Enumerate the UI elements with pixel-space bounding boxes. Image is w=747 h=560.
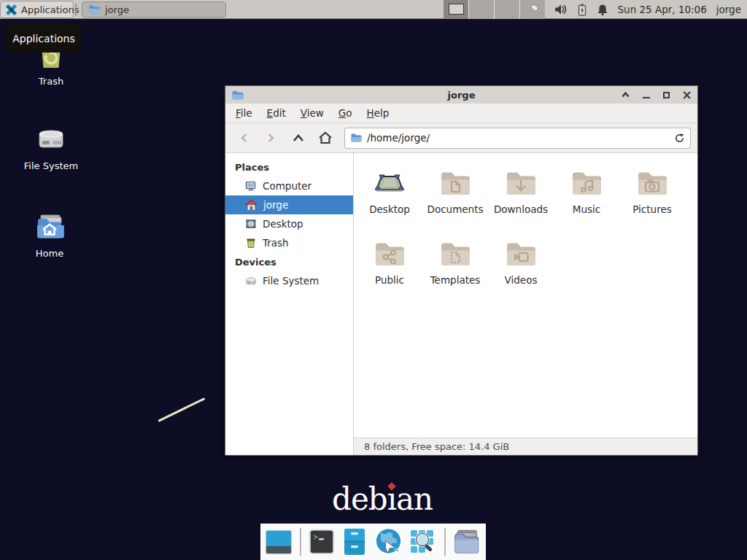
file-item-label: Public [375,274,404,286]
sidebar-item-label: jorge [263,199,288,211]
desktop-icon-home[interactable]: Home [19,209,80,259]
web-browser-icon[interactable] [374,527,403,557]
terminal-icon[interactable]: > [308,527,336,557]
taskbar-window-button[interactable]: jorge [82,1,226,18]
folder-templates-icon [438,236,473,271]
sidebar-item-computer[interactable]: Computer [225,176,353,195]
panel-clock[interactable]: Sun 25 Apr, 10:06 [618,4,707,15]
close-button[interactable]: × [682,90,692,100]
reload-icon[interactable] [674,133,685,144]
window-body: Places Computer [225,153,697,455]
forward-button[interactable]: › [259,127,283,149]
file-item-label: Desktop [369,203,410,215]
sidebar-item-trash[interactable]: Trash [225,233,353,252]
file-item-documents[interactable]: Documents [422,166,488,236]
folder-icon[interactable] [452,527,482,557]
desktop-icon [245,218,257,230]
volume-icon[interactable] [554,4,568,15]
tooltip-text: Applications [12,33,75,44]
menu-help[interactable]: Help [360,104,397,122]
panel-user-label[interactable]: jorge [716,4,741,15]
sidebar-item-label: Computer [263,180,311,192]
workspace-1[interactable] [444,0,468,19]
top-panel: Applications jorge [0,0,747,19]
system-tray: Sun 25 Apr, 10:06 jorge [529,0,742,19]
minimize-button[interactable] [641,90,651,100]
file-item-label: Downloads [494,203,548,215]
folder-public-icon [372,236,407,271]
desktop-artifact-line [158,397,205,422]
shade-button[interactable] [621,90,630,100]
drive-icon [245,275,257,287]
battery-charging-icon[interactable] [577,4,587,16]
sidebar-item-jorge[interactable]: jorge [225,195,353,214]
menu-view[interactable]: View [293,104,331,122]
file-item-videos[interactable]: Videos [488,236,554,307]
menu-go[interactable]: Go [331,104,360,122]
desktop-icon-label: Trash [39,76,63,87]
file-item-label: Documents [427,203,484,215]
folder-music-icon [569,166,604,201]
sidebar-header-places: Places [225,158,353,176]
home-button[interactable] [313,127,337,149]
up-button[interactable] [286,127,310,149]
path-text[interactable]: /home/jorge/ [367,132,669,144]
input-device-icon[interactable] [529,3,545,16]
file-item-label: Templates [430,274,481,286]
sidebar-item-label: Desktop [263,218,303,230]
taskbar-window-label: jorge [105,4,129,15]
file-item-pictures[interactable]: Pictures [619,166,685,236]
applications-menu-button[interactable]: Applications [0,1,74,18]
menu-edit[interactable]: Edit [260,104,293,122]
desktop-icon-file-system[interactable]: File System [20,121,82,171]
workspace-window-miniature [449,4,464,15]
logo-text: deb [332,481,387,517]
main-pane: Desktop Documents [354,153,697,455]
maximize-button[interactable] [662,90,671,100]
sidebar-item-label: File System [263,275,319,287]
home-folder-icon [32,209,67,244]
hard-drive-icon [34,121,69,156]
applications-menu-label: Applications [21,4,79,15]
file-item-downloads[interactable]: Downloads [488,166,554,236]
file-item-music[interactable]: Music [554,166,619,236]
home-folder-icon [245,199,258,211]
sidebar-item-desktop[interactable]: Desktop [225,214,353,233]
window-titlebar[interactable]: jorge × [225,86,697,104]
folder-videos-icon [503,236,538,271]
xfce-x-icon [5,4,18,16]
path-bar[interactable]: /home/jorge/ [344,128,691,149]
workspace-2[interactable] [469,0,494,19]
workspace-3[interactable] [495,0,519,19]
dock-separator [300,528,301,556]
status-text: 8 folders, Free space: 14.4 GiB [364,441,509,452]
show-desktop-icon[interactable] [264,527,293,557]
sidebar-item-file-system[interactable]: File System [225,271,353,290]
file-manager-icon[interactable] [341,527,368,557]
debian-wallpaper-logo: debıan [332,481,433,517]
folder-pictures-icon [635,166,670,201]
desktop-icon-label: Home [36,248,63,259]
file-item-desktop[interactable]: Desktop [357,166,422,236]
folder-documents-icon [438,166,473,201]
path-folder-icon [350,132,362,144]
app-finder-icon[interactable] [409,527,438,557]
file-item-templates[interactable]: Templates [422,236,488,307]
applications-tooltip: Applications [6,24,82,52]
computer-icon [245,180,257,192]
file-item-label: Pictures [632,203,671,215]
file-item-label: Videos [505,274,538,286]
launcher-dock: > [260,524,486,560]
dock-separator [444,528,446,556]
window-controls: × [621,90,692,100]
file-item-label: Music [573,203,600,215]
file-icon-view[interactable]: Desktop Documents [354,153,697,438]
svg-text:>: > [314,532,318,541]
trash-icon [245,237,257,249]
notifications-icon[interactable] [597,4,608,16]
sidebar: Places Computer [225,153,354,455]
menu-bar: File Edit View Go Help [225,104,697,123]
menu-file[interactable]: File [228,104,260,122]
back-button[interactable]: ‹ [232,127,256,149]
file-item-public[interactable]: Public [357,236,422,307]
